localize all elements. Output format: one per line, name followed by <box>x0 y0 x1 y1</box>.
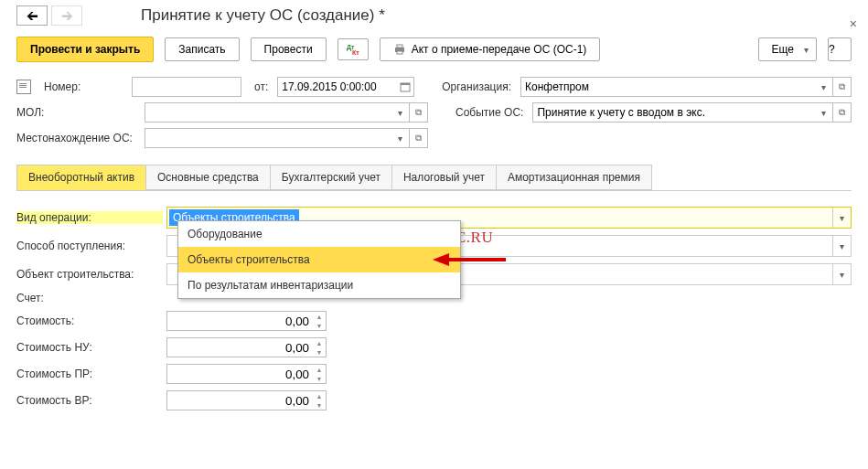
dtkt-button[interactable]: Дт Кт <box>338 38 369 60</box>
event-dropdown-button[interactable]: ▾ <box>815 102 833 123</box>
cost-vr-spin-up[interactable]: ▲ <box>313 391 326 400</box>
tab-depreciation-bonus[interactable]: Амортизационная премия <box>496 165 652 190</box>
save-button[interactable]: Записать <box>165 37 239 61</box>
cost-nu-field[interactable] <box>166 337 327 357</box>
receipt-dropdown-button[interactable]: ▾ <box>832 236 851 256</box>
tabs: Внеоборотный актив Основные средства Бух… <box>0 165 868 190</box>
cost-nu-spin-down[interactable]: ▼ <box>313 347 326 357</box>
svg-rect-6 <box>401 83 410 85</box>
print-act-button[interactable]: Акт о приеме-передаче ОС (ОС-1) <box>380 37 601 61</box>
option-construction-objects-label: Объекты строительства <box>188 253 310 266</box>
op-type-label: Вид операции: <box>16 211 163 224</box>
cost-spin-down[interactable]: ▼ <box>313 321 326 330</box>
tab-noncurrent-asset[interactable]: Внеоборотный актив <box>16 165 146 190</box>
number-label: Номер: <box>44 80 123 93</box>
cost-vr-label: Стоимость ВР: <box>16 394 163 407</box>
event-field[interactable] <box>532 102 815 123</box>
page-title: Принятие к учету ОС (создание) * <box>141 6 385 25</box>
print-act-label: Акт о приеме-передаче ОС (ОС-1) <box>412 43 587 56</box>
calendar-icon <box>400 81 411 92</box>
construction-object-dropdown-button[interactable]: ▾ <box>832 264 851 284</box>
location-dropdown-button[interactable]: ▾ <box>391 128 410 148</box>
svg-text:Кт: Кт <box>352 49 359 56</box>
back-button[interactable]: 🡨 <box>16 5 48 26</box>
more-button[interactable]: Еще <box>758 37 817 61</box>
post-and-close-button[interactable]: Провести и закрыть <box>16 37 154 62</box>
forward-button: 🡪 <box>51 5 82 26</box>
op-type-dropdown-list: Оборудование Объекты строительства По ре… <box>177 220 461 299</box>
option-construction-objects[interactable]: Объекты строительства <box>178 247 460 272</box>
print-icon <box>393 43 406 56</box>
cost-pr-field[interactable] <box>166 364 327 384</box>
account-label: Счет: <box>16 292 163 304</box>
construction-object-label: Объект строительства: <box>16 268 163 281</box>
mol-open-button[interactable]: ⧉ <box>410 102 428 123</box>
event-open-button[interactable]: ⧉ <box>833 102 852 123</box>
location-field[interactable] <box>145 128 391 148</box>
cost-vr-spin-down[interactable]: ▼ <box>313 400 326 410</box>
cost-nu-spin-up[interactable]: ▲ <box>313 338 326 347</box>
mol-dropdown-button[interactable]: ▾ <box>391 102 410 123</box>
tab-tax[interactable]: Налоговый учет <box>391 165 497 190</box>
cost-spin-up[interactable]: ▲ <box>313 312 326 321</box>
help-button[interactable]: ? <box>828 37 852 61</box>
op-type-dropdown-button[interactable]: ▾ <box>832 208 851 228</box>
cost-label: Стоимость: <box>16 314 163 327</box>
cost-field[interactable] <box>166 311 327 331</box>
location-open-button[interactable]: ⧉ <box>410 128 428 148</box>
org-label: Организация: <box>442 80 511 93</box>
calendar-button[interactable] <box>396 77 414 97</box>
from-label: от: <box>254 80 268 93</box>
option-inventory-results[interactable]: По результатам инвентаризации <box>178 272 460 298</box>
date-field[interactable] <box>277 77 396 97</box>
cost-nu-label: Стоимость НУ: <box>16 341 163 354</box>
event-label: Событие ОС: <box>455 106 523 119</box>
svg-rect-4 <box>397 51 402 54</box>
org-dropdown-button[interactable]: ▾ <box>815 77 833 97</box>
org-field[interactable] <box>520 77 815 97</box>
dtkt-icon: Дт Кт <box>346 43 360 56</box>
cost-pr-label: Стоимость ПР: <box>16 368 163 380</box>
org-open-button[interactable]: ⧉ <box>833 77 852 97</box>
svg-rect-3 <box>397 45 402 48</box>
receipt-label: Способ поступления: <box>16 240 163 252</box>
location-label: Местонахождение ОС: <box>16 132 135 144</box>
cost-pr-spin-down[interactable]: ▼ <box>313 374 326 383</box>
cost-pr-spin-up[interactable]: ▲ <box>313 365 326 374</box>
post-button[interactable]: Провести <box>251 37 327 61</box>
cost-vr-field[interactable] <box>166 390 327 410</box>
number-field[interactable] <box>132 77 241 97</box>
close-icon[interactable]: × <box>850 16 857 31</box>
option-equipment[interactable]: Оборудование <box>178 221 460 247</box>
tab-accounting[interactable]: Бухгалтерский учет <box>270 165 392 190</box>
tab-fixed-assets[interactable]: Основные средства <box>145 165 271 190</box>
document-icon <box>16 80 31 94</box>
svg-marker-8 <box>433 253 449 266</box>
mol-field[interactable] <box>145 102 391 123</box>
mol-label: МОЛ: <box>16 106 135 119</box>
